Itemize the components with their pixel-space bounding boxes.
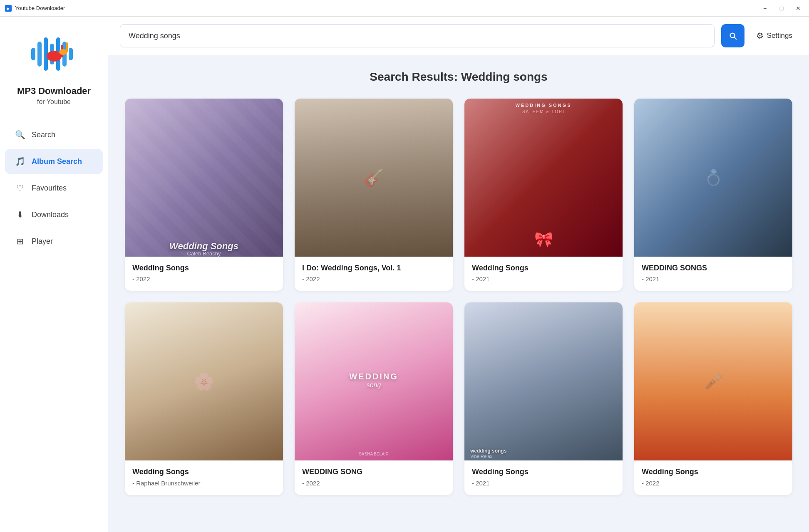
album-thumbnail: 💍 — [634, 99, 792, 257]
album-search-icon: 🎵 — [15, 156, 25, 166]
minimize-button[interactable]: − — [759, 2, 771, 14]
svg-rect-2 — [31, 48, 35, 60]
app-logo — [29, 29, 79, 79]
sidebar-item-downloads-label: Downloads — [32, 210, 69, 219]
album-meta: - 2022 — [302, 480, 445, 487]
svg-text:▶: ▶ — [7, 6, 10, 11]
search-button-icon — [728, 31, 737, 40]
album-card[interactable]: WEDDING song SASHA BELAIR WEDDING SONG -… — [295, 302, 453, 495]
logo-container: MP3 Downloader for Youtube — [17, 29, 91, 106]
album-meta: - 2022 — [642, 480, 785, 487]
album-card[interactable]: 💍 WEDDING SONGS - 2021 — [634, 99, 792, 291]
album-info: Wedding Songs - 2022 — [634, 460, 792, 495]
album-name: Wedding Songs — [642, 467, 785, 477]
settings-label: Settings — [767, 32, 792, 40]
album-card[interactable]: 🎸 I Do: Wedding Songs, Vol. 1 - 2022 — [295, 99, 453, 291]
search-icon: 🔍 — [15, 130, 25, 140]
results-area: Search Results: Wedding songs Wedding So… — [108, 55, 809, 532]
album-name: WEDDING SONGS — [642, 263, 785, 273]
album-info: Wedding Songs - 2021 — [464, 460, 623, 495]
svg-rect-12 — [66, 42, 68, 52]
album-thumbnail: WEDDING SONGS SALEEM & LORI 🎀 — [464, 99, 623, 257]
download-icon: ⬇ — [15, 210, 25, 220]
album-info: Wedding Songs - 2022 — [125, 257, 283, 291]
album-card[interactable]: 🌸 Wedding Songs - Raphael Brunschweiler — [125, 302, 283, 495]
album-info: Wedding Songs - 2021 — [464, 257, 623, 291]
maximize-button[interactable]: □ — [776, 2, 787, 14]
nav-menu: 🔍 Search 🎵 Album Search ♡ Favourites ⬇ D… — [0, 122, 108, 254]
album-card[interactable]: 🎤 Wedding Songs - 2022 — [634, 302, 792, 495]
settings-gear-icon: ⚙ — [756, 31, 764, 41]
album-thumbnail: 🎸 — [295, 99, 453, 257]
app-body: MP3 Downloader for Youtube 🔍 Search 🎵 Al… — [0, 17, 809, 532]
album-meta: - Raphael Brunschweiler — [132, 480, 275, 487]
sidebar-item-downloads[interactable]: ⬇ Downloads — [5, 202, 103, 227]
album-meta: - 2021 — [472, 480, 615, 487]
sidebar-item-player-label: Player — [32, 237, 53, 246]
svg-rect-6 — [69, 48, 73, 60]
album-meta: - 2021 — [642, 275, 785, 282]
album-thumbnail: wedding songs Vibe Relax — [464, 302, 623, 460]
sidebar-item-favourites-label: Favourites — [32, 184, 67, 193]
title-bar: ▶ Youtube Downloader − □ ✕ — [0, 0, 809, 17]
album-thumbnail: 🎤 — [634, 302, 792, 460]
heart-icon: ♡ — [15, 183, 25, 193]
svg-rect-3 — [37, 42, 42, 67]
album-meta: - 2021 — [472, 275, 615, 282]
album-thumbnail: 🌸 — [125, 302, 283, 460]
albums-grid: Wedding Songs Caleb Beachy Wedding Songs… — [125, 99, 792, 495]
sidebar-item-player[interactable]: ⊞ Player — [5, 229, 103, 254]
album-card[interactable]: wedding songs Vibe Relax Wedding Songs -… — [464, 302, 623, 495]
album-name: Wedding Songs — [132, 467, 275, 477]
settings-button[interactable]: ⚙ Settings — [751, 27, 797, 44]
sidebar-item-favourites[interactable]: ♡ Favourites — [5, 176, 103, 200]
search-input-wrap — [120, 24, 715, 47]
album-thumbnail: Wedding Songs Caleb Beachy — [125, 99, 283, 257]
sidebar: MP3 Downloader for Youtube 🔍 Search 🎵 Al… — [0, 17, 108, 532]
album-meta: - 2022 — [302, 275, 445, 282]
album-name: Wedding Songs — [132, 263, 275, 273]
results-title: Search Results: Wedding songs — [125, 70, 792, 84]
album-name: I Do: Wedding Songs, Vol. 1 — [302, 263, 445, 273]
album-info: Wedding Songs - Raphael Brunschweiler — [125, 460, 283, 495]
album-info: WEDDING SONGS - 2021 — [634, 257, 792, 291]
album-info: I Do: Wedding Songs, Vol. 1 - 2022 — [295, 257, 453, 291]
main-content: ⚙ Settings Search Results: Wedding songs… — [108, 17, 809, 532]
search-bar-container: ⚙ Settings — [108, 17, 809, 55]
album-name: Wedding Songs — [472, 467, 615, 477]
album-meta: - 2022 — [132, 275, 275, 282]
title-bar-text: Youtube Downloader — [15, 5, 65, 11]
album-info: WEDDING SONG - 2022 — [295, 460, 453, 495]
search-input[interactable] — [120, 24, 715, 47]
app-title: MP3 Downloader — [17, 86, 91, 97]
sidebar-item-album-search-label: Album Search — [32, 157, 82, 166]
app-subtitle: for Youtube — [37, 98, 71, 106]
album-card[interactable]: Wedding Songs Caleb Beachy Wedding Songs… — [125, 99, 283, 291]
sidebar-item-album-search[interactable]: 🎵 Album Search — [5, 149, 103, 174]
sidebar-item-search-label: Search — [32, 131, 55, 139]
album-thumbnail: WEDDING song SASHA BELAIR — [295, 302, 453, 460]
close-button[interactable]: ✕ — [792, 2, 804, 14]
window-controls: − □ ✕ — [759, 2, 804, 14]
search-button[interactable] — [721, 24, 744, 47]
album-card[interactable]: WEDDING SONGS SALEEM & LORI 🎀 Wedding So… — [464, 99, 623, 291]
sidebar-item-search[interactable]: 🔍 Search — [5, 122, 103, 147]
album-name: Wedding Songs — [472, 263, 615, 273]
album-name: WEDDING SONG — [302, 467, 445, 477]
player-icon: ⊞ — [15, 236, 25, 246]
app-icon: ▶ — [5, 5, 12, 12]
